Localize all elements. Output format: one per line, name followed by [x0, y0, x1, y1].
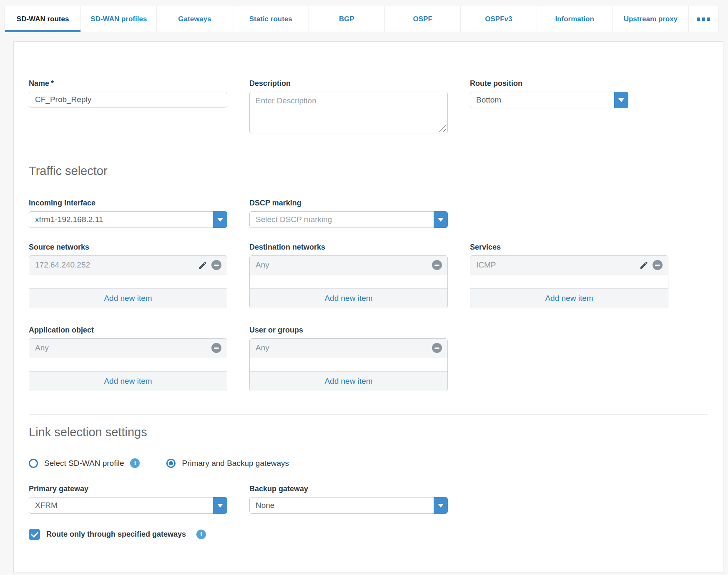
minus-circle-icon[interactable]: [432, 343, 442, 353]
primary-gateway-value: XFRM: [29, 498, 227, 513]
description-label: Description: [249, 79, 448, 88]
tab-sdwan-profiles[interactable]: SD-WAN profiles: [81, 6, 157, 32]
source-networks-field-group: Source networks 172.64.240.252 Add new i…: [29, 243, 227, 308]
tab-bgp[interactable]: BGP: [309, 6, 385, 32]
application-object-field-group: Application object Any Add new item: [29, 326, 227, 391]
chevron-down-icon[interactable]: [614, 92, 628, 108]
minus-circle-icon[interactable]: [211, 260, 221, 270]
radio-checked-icon[interactable]: [166, 459, 176, 468]
route-form-card: Name* Description Route position Bottom …: [13, 41, 723, 573]
radio-label: Select SD-WAN profile: [44, 459, 124, 468]
tab-ospf[interactable]: OSPF: [385, 6, 461, 32]
chevron-down-icon[interactable]: [434, 497, 448, 514]
list-empty-space: [250, 275, 447, 288]
chevron-down-icon[interactable]: [434, 211, 448, 228]
destination-networks-field-group: Destination networks Any Add new item: [249, 243, 448, 308]
minus-circle-icon[interactable]: [432, 260, 442, 270]
description-textarea-wrap: [249, 92, 448, 135]
incoming-interface-value: xfrm1-192.168.2.11: [29, 212, 227, 228]
ellipsis-icon: [707, 18, 710, 21]
list-item: 172.64.240.252: [29, 256, 227, 275]
description-textarea[interactable]: [249, 92, 448, 133]
incoming-interface-field-group: Incoming interface xfrm1-192.168.2.11: [29, 199, 227, 228]
list-item: Any: [250, 339, 447, 358]
application-object-listbox: Any Add new item: [29, 338, 227, 391]
route-position-label: Route position: [470, 79, 668, 88]
backup-gateway-select[interactable]: None: [249, 497, 448, 514]
list-item: ICMP: [470, 256, 668, 275]
route-only-checkbox-row: Route only through specified gateways i: [29, 529, 708, 540]
minus-circle-icon[interactable]: [211, 343, 221, 353]
source-networks-listbox: 172.64.240.252 Add new item: [29, 255, 227, 308]
list-item: Any: [29, 339, 227, 358]
list-item-actions: [432, 343, 442, 353]
tab-static-routes[interactable]: Static routes: [233, 6, 309, 32]
services-listbox: ICMP Add new item: [470, 255, 668, 308]
name-label: Name*: [29, 79, 227, 88]
tab-label: Upstream proxy: [624, 15, 678, 23]
general-row: Name* Description Route position Bottom: [29, 79, 708, 135]
section-divider: [29, 414, 708, 415]
list-item: Any: [250, 256, 447, 275]
pencil-icon[interactable]: [639, 260, 649, 270]
description-field-group: Description: [249, 79, 448, 135]
list-item-actions: [639, 260, 663, 270]
dscp-marking-label: DSCP marking: [249, 199, 448, 208]
primary-gateway-field-group: Primary gateway XFRM: [29, 485, 227, 514]
list-item-text: Any: [256, 260, 269, 270]
add-new-item-button[interactable]: Add new item: [29, 371, 227, 391]
destination-networks-listbox: Any Add new item: [249, 255, 448, 308]
name-field-group: Name*: [29, 79, 227, 135]
radio-unchecked-icon[interactable]: [29, 459, 38, 468]
list-item-text: 172.64.240.252: [35, 260, 90, 270]
add-new-item-button[interactable]: Add new item: [29, 288, 227, 308]
checkbox-checked-icon[interactable]: [29, 529, 40, 540]
tab-label: OSPFv3: [485, 15, 512, 23]
more-tabs-button[interactable]: [689, 6, 718, 32]
incoming-interface-select[interactable]: xfrm1-192.168.2.11: [29, 211, 227, 228]
info-icon[interactable]: i: [196, 530, 206, 539]
tab-gateways[interactable]: Gateways: [157, 6, 233, 32]
tab-label: OSPF: [413, 15, 432, 23]
tab-label: BGP: [339, 15, 354, 23]
user-or-groups-field-group: User or groups Any Add new item: [249, 326, 448, 391]
list-item-text: Any: [256, 343, 269, 352]
list-empty-space: [29, 275, 227, 288]
chevron-down-icon[interactable]: [213, 211, 227, 228]
tab-ospfv3[interactable]: OSPFv3: [461, 6, 537, 32]
tab-information[interactable]: Information: [537, 6, 613, 32]
backup-gateway-label: Backup gateway: [249, 485, 448, 493]
incoming-interface-label: Incoming interface: [29, 199, 227, 208]
name-input[interactable]: [29, 92, 227, 108]
primary-gateway-select[interactable]: XFRM: [29, 497, 227, 514]
info-icon[interactable]: i: [130, 458, 140, 468]
radio-label: Primary and Backup gateways: [182, 459, 289, 468]
pencil-icon[interactable]: [198, 260, 208, 270]
dscp-marking-field-group: DSCP marking Select DSCP marking: [249, 199, 448, 228]
route-position-field-group: Route position Bottom: [470, 79, 668, 135]
link-selection-heading: Link selection settings: [29, 425, 708, 439]
ellipsis-icon: [697, 18, 700, 21]
minus-circle-icon[interactable]: [653, 260, 663, 270]
list-empty-space: [250, 358, 447, 371]
link-mode-radio-group: Select SD-WAN profile i Primary and Back…: [29, 458, 708, 468]
user-or-groups-listbox: Any Add new item: [249, 338, 448, 391]
radio-select-sdwan-profile[interactable]: Select SD-WAN profile i: [29, 458, 140, 468]
tab-label: Information: [555, 15, 594, 23]
route-position-select[interactable]: Bottom: [470, 92, 628, 108]
chevron-down-icon[interactable]: [213, 497, 227, 514]
radio-primary-backup-gateways[interactable]: Primary and Backup gateways: [166, 459, 289, 468]
tab-sdwan-routes[interactable]: SD-WAN routes: [5, 6, 81, 32]
interface-row: Incoming interface xfrm1-192.168.2.11 DS…: [29, 199, 708, 228]
tab-label: SD-WAN routes: [17, 15, 69, 23]
add-new-item-button[interactable]: Add new item: [470, 288, 668, 308]
required-marker: *: [51, 79, 54, 88]
tab-upstream-proxy[interactable]: Upstream proxy: [613, 6, 689, 32]
name-label-text: Name: [29, 79, 49, 88]
dscp-marking-select[interactable]: Select DSCP marking: [249, 211, 448, 228]
tab-label: Gateways: [178, 15, 211, 23]
add-new-item-button[interactable]: Add new item: [250, 371, 447, 391]
gateways-row: Primary gateway XFRM Backup gateway None: [29, 485, 708, 514]
list-empty-space: [29, 358, 227, 371]
add-new-item-button[interactable]: Add new item: [250, 288, 447, 308]
